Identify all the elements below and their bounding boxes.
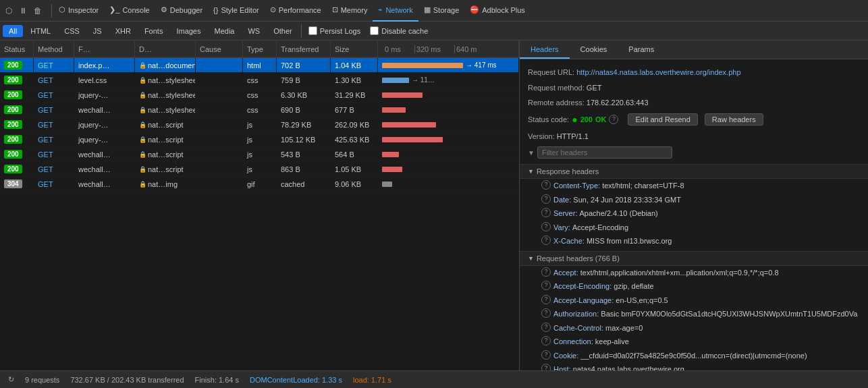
filter-headers-input[interactable]: [537, 146, 672, 159]
help-icon[interactable]: ?: [541, 336, 551, 345]
table-row[interactable]: 200 GET wechall… 🔒nat…script js 863 B 1.…: [0, 162, 519, 177]
file-cell: jquery-…: [74, 117, 135, 132]
tab-cookies[interactable]: Cookies: [570, 40, 618, 59]
help-icon[interactable]: ?: [541, 267, 551, 277]
help-icon[interactable]: ?: [541, 308, 551, 318]
filter-media[interactable]: Media: [208, 25, 240, 37]
table-row[interactable]: 200 GET index.p… 🔒nat…document html 702 …: [0, 58, 519, 73]
request-headers-section[interactable]: ▼ Request headers (766 B): [520, 251, 868, 266]
cause-cell: [196, 177, 243, 191]
help-icon[interactable]: ?: [541, 222, 551, 231]
request-header-item: ?Connection: keep-alive: [520, 335, 868, 349]
tab-debugger[interactable]: ⚙ Debugger: [155, 0, 208, 22]
trash-button[interactable]: 🗑: [31, 3, 45, 19]
help-icon[interactable]: ?: [609, 115, 618, 124]
table-row[interactable]: 200 GET wechall… 🔒nat…stylesheet css 690…: [0, 103, 519, 117]
tab-adblock[interactable]: ⛔ Adblock Plus: [464, 0, 531, 22]
size-cell: 564 B: [331, 147, 378, 161]
pick-element-button[interactable]: ⬡: [3, 3, 15, 19]
help-icon[interactable]: ?: [541, 208, 551, 217]
style-editor-label: Style Editor: [221, 6, 259, 14]
response-headers-label: Response headers: [537, 167, 599, 175]
tab-performance[interactable]: ⊙ Performance: [265, 0, 327, 22]
header-name: Date:: [553, 194, 571, 206]
method-cell: GET: [34, 177, 74, 191]
help-icon[interactable]: ?: [541, 295, 551, 304]
filter-js[interactable]: JS: [87, 25, 108, 37]
domain-cell: 🔒nat…script: [135, 117, 196, 132]
table-row[interactable]: 200 GET level.css 🔒nat…stylesheet css 75…: [0, 73, 519, 88]
method-cell: GET: [34, 73, 74, 87]
tab-headers[interactable]: Headers: [520, 40, 570, 59]
filter-other[interactable]: Other: [267, 25, 298, 37]
tab-memory[interactable]: ⊡ Memory: [327, 0, 373, 22]
filter-all[interactable]: All: [3, 25, 23, 37]
request-header-item: ?Host: natas4.natas.labs.overthewire.org: [520, 362, 868, 370]
response-headers-section[interactable]: ▼ Response headers: [520, 164, 868, 179]
tab-inspector[interactable]: ⬡ Inspector: [53, 0, 104, 22]
filter-css[interactable]: CSS: [58, 25, 86, 37]
timeline-bar: [382, 122, 436, 128]
request-url-value: http://natas4.natas.labs.overthewire.org…: [576, 68, 740, 76]
raw-headers-button[interactable]: Raw headers: [705, 113, 763, 126]
filter-ws[interactable]: WS: [242, 25, 266, 37]
help-icon[interactable]: ?: [541, 180, 551, 190]
disable-cache-text: Disable cache: [381, 27, 428, 35]
type-cell: gif: [243, 177, 277, 191]
file-cell: wechall…: [74, 147, 135, 161]
file-cell: index.p…: [74, 58, 135, 72]
table-row[interactable]: 304 GET wechall… 🔒nat…img gif cached 9.0…: [0, 177, 519, 192]
size-cell: 677 B: [331, 103, 378, 117]
table-row[interactable]: 200 GET wechall… 🔒nat…script js 543 B 56…: [0, 147, 519, 162]
status-cell: 200: [0, 88, 34, 102]
help-icon[interactable]: ?: [541, 281, 551, 290]
transferred-cell: cached: [277, 177, 331, 191]
header-value: keep-alive: [595, 336, 629, 348]
domain-cell: 🔒nat…stylesheet: [135, 73, 196, 87]
table-row[interactable]: 200 GET jquery-… 🔒nat…stylesheet css 6.3…: [0, 88, 519, 103]
storage-label: Storage: [433, 6, 460, 14]
filter-images[interactable]: Images: [170, 25, 207, 37]
disable-cache-label[interactable]: Disable cache: [366, 26, 432, 35]
size-cell: 425.63 KB: [331, 132, 378, 146]
timeline-cell: [378, 117, 519, 132]
help-icon[interactable]: ?: [541, 364, 551, 370]
tab-console[interactable]: ❯_ Console: [104, 0, 155, 22]
type-cell: js: [243, 147, 277, 161]
help-icon[interactable]: ?: [541, 323, 551, 332]
request-header-item: ?Cookie: __cfduid=d0a02f75a4825e9c0f50d.…: [520, 349, 868, 363]
domain-cell: 🔒nat…stylesheet: [135, 88, 196, 102]
pause-button[interactable]: ⏸: [16, 3, 30, 19]
remote-address-label: Remote address:: [528, 99, 585, 107]
request-method-row: Request method: GET: [520, 80, 868, 96]
size-cell: 9.06 KB: [331, 177, 378, 191]
cause-cell: [196, 58, 243, 72]
right-panel: Headers Cookies Params Request URL: http…: [520, 40, 868, 370]
cause-cell: [196, 73, 243, 87]
status-badge: 200: [4, 150, 22, 159]
help-icon[interactable]: ?: [541, 235, 551, 245]
filter-fonts[interactable]: Fonts: [138, 25, 169, 37]
disable-cache-checkbox[interactable]: [370, 26, 379, 35]
edit-resend-button[interactable]: Edit and Resend: [628, 113, 697, 126]
persist-logs-checkbox[interactable]: [308, 26, 317, 35]
tab-style-editor[interactable]: {} Style Editor: [208, 0, 265, 22]
header-name: X-Cache:: [553, 235, 585, 247]
header-value: text/html,application/xhtml+xm...plicati…: [580, 267, 779, 279]
status-cell: 200: [0, 147, 34, 161]
tab-network[interactable]: ⌁ Network: [373, 0, 418, 22]
shield-icon: 🔒: [139, 136, 146, 143]
persist-logs-label[interactable]: Persist Logs: [304, 26, 365, 35]
tab-params[interactable]: Params: [618, 40, 665, 59]
toolbar-separator: [51, 4, 52, 18]
memory-icon: ⊡: [332, 5, 338, 14]
filter-xhr[interactable]: XHR: [109, 25, 137, 37]
table-row[interactable]: 200 GET jquery-… 🔒nat…script js 78.29 KB…: [0, 117, 519, 132]
help-icon[interactable]: ?: [541, 194, 551, 204]
tab-storage[interactable]: ▦ Storage: [418, 0, 465, 22]
status-cell: 200: [0, 73, 34, 87]
devtools-toolbar: ⬡ ⏸ 🗑 ⬡ Inspector ❯_ Console ⚙ Debugger …: [0, 0, 868, 22]
help-icon[interactable]: ?: [541, 350, 551, 360]
table-row[interactable]: 200 GET jquery-… 🔒nat…script js 105.12 K…: [0, 132, 519, 147]
filter-html[interactable]: HTML: [24, 25, 57, 37]
